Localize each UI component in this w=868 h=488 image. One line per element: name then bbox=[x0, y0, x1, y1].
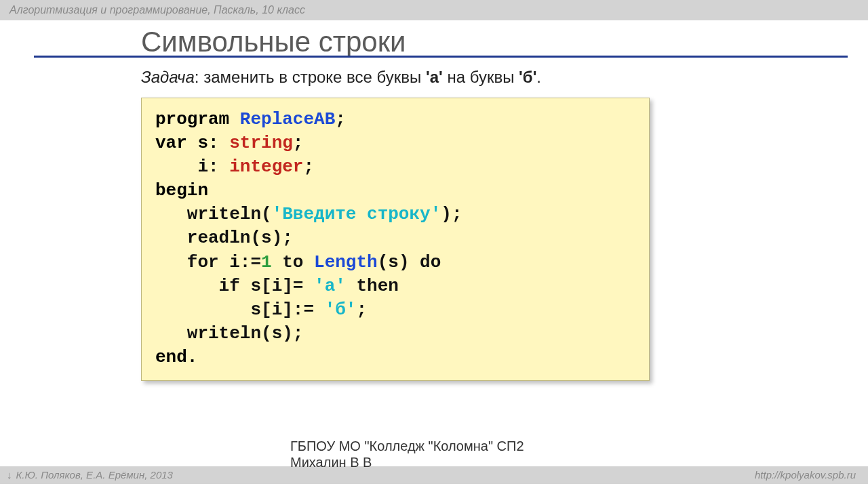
assign-open: s[i]:= bbox=[155, 300, 325, 320]
if-open: if s[i]= bbox=[155, 276, 314, 296]
org-block: ГБПОУ МО "Колледж "Коломна" СП2 Михалин … bbox=[290, 438, 524, 470]
length-fn: Length bbox=[314, 252, 378, 272]
page-title: Символьные строки bbox=[122, 26, 868, 58]
kw-end: end. bbox=[155, 347, 197, 367]
type-string: string bbox=[229, 133, 293, 153]
semi1: ; bbox=[335, 109, 346, 129]
string-literal: 'Введите строку' bbox=[272, 204, 441, 224]
task-line: Задача: заменить в строке все буквы 'а' … bbox=[122, 68, 868, 87]
char-a: 'а' bbox=[314, 276, 346, 296]
char-b: 'б' bbox=[325, 300, 357, 320]
kw-begin: begin bbox=[155, 180, 208, 201]
var-i: i: bbox=[155, 157, 229, 177]
task-body1: заменить в строке все буквы bbox=[203, 68, 426, 86]
task-letter-b: 'б' bbox=[519, 68, 536, 86]
kw-program: program bbox=[155, 109, 240, 129]
task-body2: на буквы bbox=[443, 68, 519, 86]
kw-then: then bbox=[346, 276, 399, 296]
task-label: Задача bbox=[141, 68, 195, 86]
for-open: for i:= bbox=[155, 252, 261, 272]
header-bar: Алгоритмизация и программирование, Паска… bbox=[0, 0, 868, 20]
footer-authors: К.Ю. Поляков, Е.А. Ерёмин, 2013 bbox=[7, 466, 173, 484]
semi3: ; bbox=[303, 157, 314, 177]
task-sep: : bbox=[195, 68, 203, 86]
for-tail: (s) do bbox=[378, 252, 441, 272]
type-integer: integer bbox=[229, 157, 303, 177]
title-rule bbox=[34, 56, 848, 58]
writeln-s: writeln(s); bbox=[155, 323, 303, 344]
course-label: Алгоритмизация и программирование, Паска… bbox=[9, 4, 305, 16]
footer-url: http://kpolyakov.spb.ru bbox=[755, 466, 856, 484]
semi2: ; bbox=[293, 133, 304, 153]
task-letter-a: 'а' bbox=[426, 68, 443, 86]
org-line2: Михалин В В bbox=[290, 454, 524, 470]
org-line1: ГБПОУ МО "Колледж "Коломна" СП2 bbox=[290, 438, 524, 454]
title-wrap: Символьные строки bbox=[122, 26, 868, 58]
kw-to: to bbox=[272, 252, 314, 272]
writeln-close: ); bbox=[441, 204, 462, 224]
code-block: program ReplaceAB; var s: string; i: int… bbox=[141, 98, 650, 381]
var-decl: var s: bbox=[155, 133, 229, 153]
task-tail: . bbox=[536, 68, 541, 86]
semi4: ; bbox=[356, 300, 367, 320]
slide-body: Символьные строки Задача: заменить в стр… bbox=[0, 26, 868, 466]
writeln-open: writeln( bbox=[155, 204, 272, 224]
num-one: 1 bbox=[261, 252, 272, 272]
program-name: ReplaceAB bbox=[240, 109, 335, 129]
readln: readln(s); bbox=[155, 228, 293, 248]
